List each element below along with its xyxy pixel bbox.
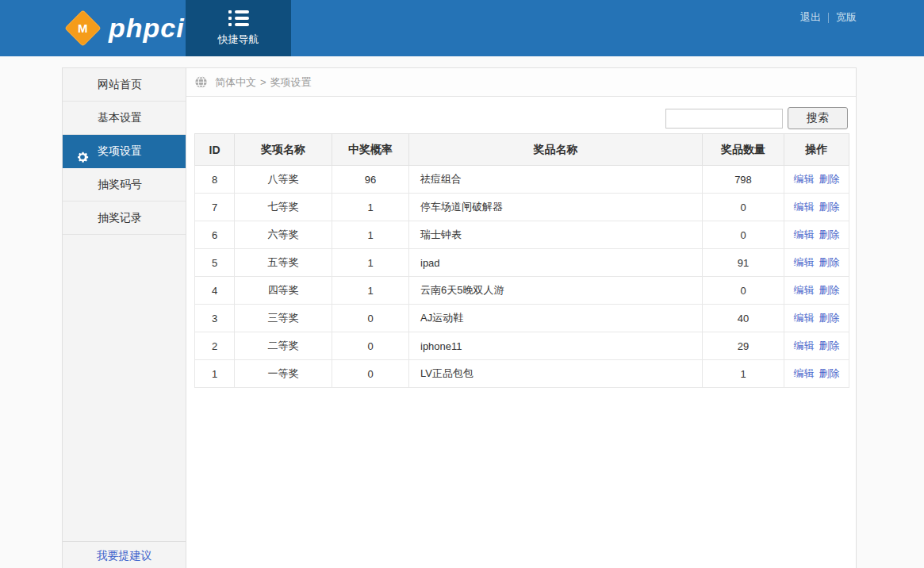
cell-product-name: ipad	[409, 249, 703, 277]
cell-probability: 1	[332, 221, 409, 249]
table-row: 3 三等奖 0 AJ运动鞋 40 编辑删除	[195, 305, 849, 332]
gear-icon	[75, 144, 90, 159]
cell-quantity: 0	[703, 277, 784, 305]
delete-link[interactable]: 删除	[819, 367, 840, 379]
delete-link[interactable]: 删除	[819, 312, 840, 324]
cell-actions: 编辑删除	[784, 249, 849, 277]
column-header-quantity: 奖品数量	[703, 134, 784, 166]
cell-id: 4	[195, 277, 235, 305]
column-header-prize-name: 奖项名称	[235, 134, 332, 166]
link-divider	[828, 13, 829, 23]
cell-probability: 0	[332, 332, 409, 360]
table-row: 4 四等奖 1 云南6天5晚双人游 0 编辑删除	[195, 277, 849, 305]
cell-prize-name: 五等奖	[235, 249, 332, 277]
sidebar-item-label: 奖项设置	[98, 144, 142, 157]
cell-product-name: LV正品包包	[409, 360, 703, 388]
cell-actions: 编辑删除	[784, 360, 849, 388]
search-input[interactable]	[665, 109, 783, 129]
cell-product-name: 祛痘组合	[409, 166, 703, 194]
list-icon	[228, 10, 249, 26]
header-links: 退出 宽版	[800, 10, 857, 25]
edit-link[interactable]: 编辑	[794, 284, 815, 296]
delete-link[interactable]: 删除	[819, 201, 840, 213]
delete-link[interactable]: 删除	[819, 173, 840, 185]
column-header-probability: 中奖概率	[332, 134, 409, 166]
cell-product-name: AJ运动鞋	[409, 305, 703, 332]
edit-link[interactable]: 编辑	[794, 340, 815, 351]
cell-product-name: 停车场道闸破解器	[409, 194, 703, 221]
delete-link[interactable]: 删除	[819, 228, 840, 240]
cell-prize-name: 四等奖	[235, 277, 332, 305]
column-header-actions: 操作	[784, 134, 849, 166]
cell-prize-name: 一等奖	[235, 360, 332, 388]
search-button[interactable]: 搜索	[788, 107, 848, 129]
cell-product-name: 瑞士钟表	[409, 221, 703, 249]
cell-actions: 编辑删除	[784, 166, 849, 194]
cell-prize-name: 八等奖	[235, 166, 332, 194]
breadcrumb: 简体中文 > 奖项设置	[186, 68, 856, 97]
cell-id: 1	[195, 360, 235, 388]
sidebar-item-label: 网站首页	[98, 78, 142, 90]
edit-link[interactable]: 编辑	[794, 228, 815, 240]
cell-id: 3	[195, 305, 235, 332]
cell-id: 5	[195, 249, 235, 277]
suggestion-link[interactable]: 我要提建议	[97, 549, 152, 562]
cell-probability: 0	[332, 360, 409, 388]
cell-prize-name: 六等奖	[235, 221, 332, 249]
cell-prize-name: 三等奖	[235, 305, 332, 332]
cell-actions: 编辑删除	[784, 277, 849, 305]
sidebar-item-label: 抽奖码号	[98, 178, 142, 190]
edit-link[interactable]: 编辑	[794, 367, 815, 379]
table-row: 5 五等奖 1 ipad 91 编辑删除	[195, 249, 849, 277]
column-header-id: ID	[195, 134, 235, 166]
breadcrumb-current: 奖项设置	[270, 75, 312, 90]
wide-version-link[interactable]: 宽版	[836, 10, 857, 25]
top-header-bar: M phpci 快捷导航 退出 宽版	[0, 0, 924, 56]
table-row: 1 一等奖 0 LV正品包包 1 编辑删除	[195, 360, 849, 388]
cell-actions: 编辑删除	[784, 305, 849, 332]
cell-prize-name: 二等奖	[235, 332, 332, 360]
cell-product-name: iphone11	[409, 332, 703, 360]
sidebar-item-basic-settings[interactable]: 基本设置	[63, 102, 186, 135]
prizes-table: ID 奖项名称 中奖概率 奖品名称 奖品数量 操作 8 八等奖 96 祛痘组合 …	[194, 133, 849, 388]
edit-link[interactable]: 编辑	[794, 173, 815, 185]
cell-probability: 1	[332, 194, 409, 221]
table-row: 2 二等奖 0 iphone11 29 编辑删除	[195, 332, 849, 360]
app-logo: M phpci	[70, 0, 185, 56]
edit-link[interactable]: 编辑	[794, 256, 815, 268]
sidebar-item-label: 抽奖记录	[98, 211, 142, 224]
cell-actions: 编辑删除	[784, 332, 849, 360]
main-content: 简体中文 > 奖项设置 搜索 ID 奖项名称 中奖概率 奖品名称 奖品数量 操作	[186, 67, 857, 568]
search-row: 搜索	[194, 107, 848, 129]
table-row: 8 八等奖 96 祛痘组合 798 编辑删除	[195, 166, 849, 194]
delete-link[interactable]: 删除	[819, 284, 840, 296]
column-header-product-name: 奖品名称	[409, 134, 703, 166]
logout-link[interactable]: 退出	[800, 10, 821, 25]
breadcrumb-separator: >	[260, 76, 266, 88]
cell-probability: 0	[332, 305, 409, 332]
globe-icon	[194, 75, 208, 89]
cell-id: 8	[195, 166, 235, 194]
logo-diamond-icon: M	[64, 10, 102, 47]
cell-quantity: 1	[703, 360, 784, 388]
sidebar-item-home[interactable]: 网站首页	[63, 68, 186, 102]
cell-id: 2	[195, 332, 235, 360]
breadcrumb-language[interactable]: 简体中文	[215, 75, 256, 90]
table-header-row: ID 奖项名称 中奖概率 奖品名称 奖品数量 操作	[195, 134, 849, 166]
edit-link[interactable]: 编辑	[794, 201, 815, 213]
sidebar-item-lottery-records[interactable]: 抽奖记录	[63, 201, 186, 235]
cell-quantity: 91	[703, 249, 784, 277]
logo-text: phpci	[109, 13, 185, 44]
cell-product-name: 云南6天5晚双人游	[409, 277, 703, 305]
delete-link[interactable]: 删除	[819, 340, 840, 351]
logo-mark: M	[78, 21, 88, 35]
cell-id: 6	[195, 221, 235, 249]
delete-link[interactable]: 删除	[819, 256, 840, 268]
edit-link[interactable]: 编辑	[794, 312, 815, 324]
sidebar-item-prize-settings[interactable]: 奖项设置	[63, 135, 186, 168]
quick-nav-button[interactable]: 快捷导航	[186, 0, 291, 56]
cell-quantity: 798	[703, 166, 784, 194]
cell-probability: 1	[332, 249, 409, 277]
cell-quantity: 40	[703, 305, 784, 332]
sidebar-item-lottery-codes[interactable]: 抽奖码号	[63, 168, 186, 201]
